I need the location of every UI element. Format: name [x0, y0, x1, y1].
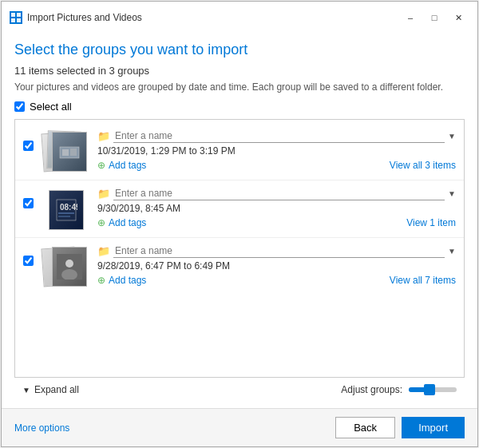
group-1-date: 10/31/2019, 1:29 PM to 3:19 PM [97, 145, 456, 157]
folder-icon-1: 📁 [97, 130, 110, 142]
group-2-thumbnail: 08:49 [42, 187, 89, 231]
group-2-dropdown-icon[interactable]: ▼ [448, 189, 456, 198]
description-text: Your pictures and videos are grouped by … [14, 81, 465, 93]
thumb-front-1 [52, 132, 87, 172]
select-all-row: Select all [14, 101, 465, 113]
group-2-folder-row: 📁 ▼ [97, 187, 456, 200]
svg-rect-0 [11, 13, 15, 17]
group-item-2: 08:49 📁 ▼ 9/30/2019, 8:45 AM ⊕ Add t [15, 180, 464, 238]
minimize-button[interactable]: – [399, 9, 422, 26]
folder-icon-3: 📁 [97, 245, 110, 257]
footer: More options Back Import [2, 408, 477, 446]
group-3-tags-row: ⊕ Add tags View all 7 items [97, 275, 456, 286]
group-item-1: 📁 ▼ 10/31/2019, 1:29 PM to 3:19 PM ⊕ Add… [15, 123, 464, 180]
group-1-dropdown-icon[interactable]: ▼ [448, 132, 456, 141]
svg-text:08:49: 08:49 [60, 203, 77, 212]
group-1-view-items[interactable]: View all 3 items [390, 160, 456, 171]
select-all-checkbox[interactable] [14, 101, 25, 112]
group-2-view-items[interactable]: View 1 item [406, 217, 456, 228]
add-tags-icon-2: ⊕ [97, 217, 105, 228]
expand-all-label: Expand all [34, 384, 79, 395]
close-button[interactable]: ✕ [447, 9, 469, 26]
group-3-dropdown-icon[interactable]: ▼ [448, 247, 456, 256]
thumb-front-3 [52, 247, 87, 287]
main-window: Import Pictures and Videos – □ ✕ Select … [1, 1, 478, 447]
group-3-add-tags-label: Add tags [109, 275, 146, 286]
svg-rect-1 [17, 13, 21, 17]
footer-buttons: Back Import [335, 417, 465, 438]
group-3-date: 9/28/2019, 6:47 PM to 6:49 PM [97, 260, 456, 272]
page-title: Select the groups you want to import [14, 42, 465, 58]
bottom-controls-bar: ▼ Expand all Adjust groups: [14, 378, 465, 400]
window-icon [10, 11, 22, 24]
adjust-groups-control: Adjust groups: [341, 384, 457, 395]
expand-icon: ▼ [22, 386, 30, 394]
window-title: Import Pictures and Videos [27, 12, 399, 23]
maximize-button[interactable]: □ [423, 9, 445, 26]
folder-icon-2: 📁 [97, 188, 110, 200]
group-2-add-tags[interactable]: ⊕ Add tags [97, 217, 146, 228]
content-area: Select the groups you want to import 11 … [2, 30, 477, 408]
thumb-front-2: 08:49 [49, 190, 84, 230]
group-2-tags-row: ⊕ Add tags View 1 item [97, 217, 456, 228]
group-2-checkbox[interactable] [23, 198, 34, 208]
window-controls: – □ ✕ [399, 9, 469, 26]
more-options-link[interactable]: More options [14, 422, 69, 434]
group-2-details: 📁 ▼ 9/30/2019, 8:45 AM ⊕ Add tags View 1… [97, 187, 456, 228]
select-all-label[interactable]: Select all [30, 101, 72, 113]
slider-thumb[interactable] [424, 384, 435, 395]
group-3-add-tags[interactable]: ⊕ Add tags [97, 275, 146, 286]
groups-slider[interactable] [409, 387, 457, 392]
svg-rect-2 [11, 18, 15, 22]
back-button[interactable]: Back [335, 417, 395, 438]
add-tags-icon-1: ⊕ [97, 160, 105, 171]
group-3-folder-input[interactable] [113, 244, 445, 258]
svg-rect-6 [70, 149, 77, 156]
group-1-add-tags[interactable]: ⊕ Add tags [97, 160, 146, 171]
group-1-folder-input[interactable] [113, 129, 445, 143]
group-1-tags-row: ⊕ Add tags View all 3 items [97, 160, 456, 171]
svg-point-12 [65, 260, 73, 268]
group-3-checkbox[interactable] [23, 256, 34, 266]
group-1-checkbox[interactable] [23, 141, 34, 151]
group-3-folder-row: 📁 ▼ [97, 244, 456, 258]
group-3-details: 📁 ▼ 9/28/2019, 6:47 PM to 6:49 PM ⊕ Add … [97, 244, 456, 286]
svg-rect-5 [62, 149, 69, 156]
group-1-thumbnail [42, 129, 89, 173]
group-3-view-items[interactable]: View all 7 items [390, 275, 456, 286]
expand-all-control[interactable]: ▼ Expand all [22, 384, 79, 395]
group-2-add-tags-label: Add tags [109, 217, 146, 228]
add-tags-icon-3: ⊕ [97, 275, 105, 286]
selected-summary: 11 items selected in 3 groups [14, 65, 465, 77]
svg-rect-9 [58, 212, 74, 214]
group-1-folder-row: 📁 ▼ [97, 129, 456, 143]
group-item-3: 📁 ▼ 9/28/2019, 6:47 PM to 6:49 PM ⊕ Add … [15, 238, 464, 295]
import-button[interactable]: Import [402, 417, 465, 438]
adjust-groups-label: Adjust groups: [341, 384, 402, 395]
groups-container: 📁 ▼ 10/31/2019, 1:29 PM to 3:19 PM ⊕ Add… [14, 119, 465, 378]
group-3-thumbnail [42, 244, 89, 288]
title-bar: Import Pictures and Videos – □ ✕ [2, 2, 477, 30]
svg-rect-10 [58, 216, 70, 217]
group-1-add-tags-label: Add tags [109, 160, 146, 171]
group-2-folder-input[interactable] [113, 187, 445, 200]
svg-rect-3 [17, 18, 21, 22]
group-1-details: 📁 ▼ 10/31/2019, 1:29 PM to 3:19 PM ⊕ Add… [97, 129, 456, 171]
group-2-date: 9/30/2019, 8:45 AM [97, 203, 456, 214]
